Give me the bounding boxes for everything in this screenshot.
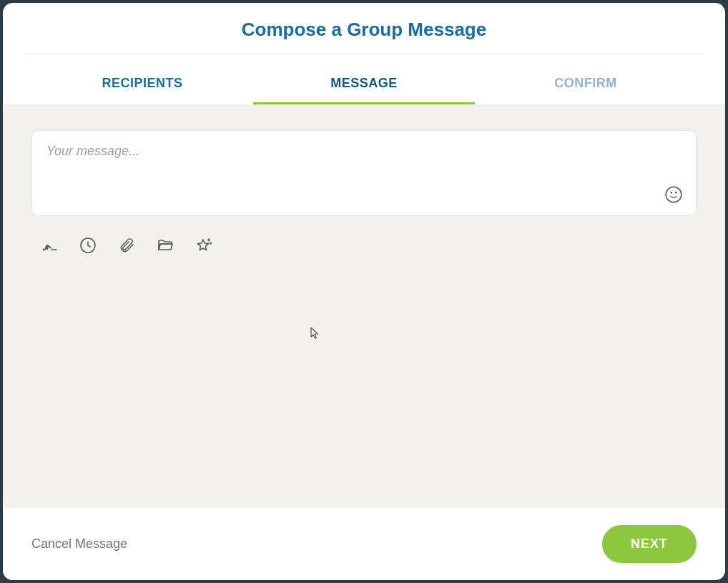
modal-footer: Cancel Message NEXT	[3, 508, 725, 580]
next-button[interactable]: NEXT	[602, 525, 697, 563]
sparkle-button[interactable]	[195, 236, 213, 255]
tab-message[interactable]: MESSAGE	[253, 66, 475, 104]
paperclip-icon	[118, 237, 135, 254]
smile-icon	[664, 185, 683, 204]
sparkle-star-icon	[195, 237, 213, 254]
clock-icon	[79, 237, 97, 254]
folder-icon	[156, 237, 174, 254]
signature-button[interactable]	[40, 236, 59, 255]
svg-point-0	[666, 187, 682, 202]
compose-toolbar	[31, 236, 697, 255]
signature-icon	[40, 237, 59, 254]
message-content	[3, 104, 725, 508]
schedule-button[interactable]	[79, 236, 97, 255]
emoji-button[interactable]	[664, 185, 684, 205]
svg-point-2	[676, 192, 677, 193]
modal-header: Compose a Group Message	[24, 3, 704, 54]
folder-button[interactable]	[156, 236, 174, 255]
cancel-button[interactable]: Cancel Message	[31, 537, 127, 552]
message-input[interactable]	[46, 144, 682, 187]
compose-modal: Compose a Group Message RECIPIENTS MESSA…	[3, 3, 725, 580]
tabs-nav: RECIPIENTS MESSAGE CONFIRM	[3, 66, 725, 104]
svg-point-3	[43, 249, 44, 250]
tab-recipients[interactable]: RECIPIENTS	[31, 66, 253, 104]
message-box	[31, 130, 697, 216]
tab-confirm[interactable]: CONFIRM	[475, 66, 697, 104]
svg-point-1	[671, 192, 672, 193]
modal-title: Compose a Group Message	[24, 19, 704, 41]
attachment-button[interactable]	[117, 236, 136, 255]
